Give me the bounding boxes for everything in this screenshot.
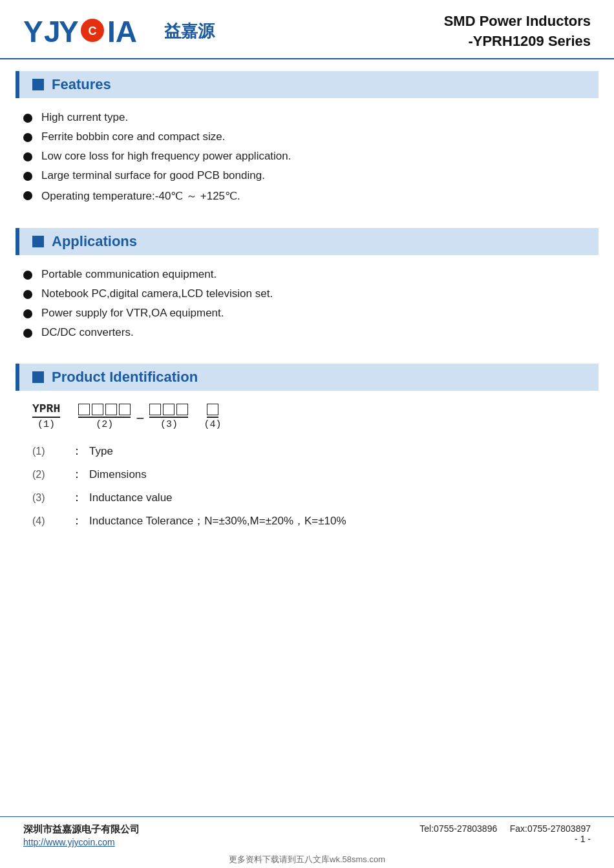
svg-text:Y: Y [23,15,43,48]
footer-contact: Tel:0755-27803896 Fax:0755-27803897 [419,823,591,834]
company-logo-svg: Y J Y C IA [23,15,153,48]
features-content: High current type. Ferrite bobbin core a… [0,98,614,216]
desc-item-3: (3) ： Inductance value [32,490,582,505]
page-wrapper: Y J Y C IA 益嘉源 SMD Power Inductors -YPRH… [0,0,614,868]
desc-num-1: (1) [32,446,65,457]
bullet-icon [23,152,32,161]
pn-separator: − [136,411,144,430]
applications-header: Applications [16,228,598,255]
desc-colon-2: ： [71,466,83,482]
app-item-3: Power supply for VTR,OA equipment. [41,307,224,320]
pn-label-2: (2) [96,419,113,430]
features-icon [32,79,44,90]
desc-num-2: (2) [32,469,65,480]
pn-box [92,404,103,415]
footer-right: Tel:0755-27803896 Fax:0755-27803897 - 1 … [419,823,591,844]
pn-group-2: (2) [78,404,131,430]
desc-item-4: (4) ： Inductance Tolerance；N=±30%,M=±20%… [32,513,582,528]
pn-label-4: (4) [204,419,221,430]
app-item-1: Portable communication equipment. [41,268,217,281]
product-id-icon [32,371,44,383]
product-title: SMD Power Inductors -YPRH1209 Series [444,12,591,52]
bullet-icon [23,271,32,280]
pn-boxes-4 [207,404,218,418]
list-item: Large terminal surface for good PCB bond… [23,169,591,182]
footer-page-number: - 1 - [419,834,591,844]
desc-item-2: (2) ： Dimensions [32,466,582,482]
pn-group-1: YPRH (1) [32,402,60,430]
product-id-title: Product Identification [52,369,198,386]
bullet-icon [23,172,32,181]
svg-text:C: C [89,25,97,37]
header: Y J Y C IA 益嘉源 SMD Power Inductors -YPRH… [0,0,614,59]
desc-num-3: (3) [32,492,65,504]
list-item: Operating temperature:-40℃ ～ +125℃. [23,189,591,203]
pn-label-1: (1) [37,419,55,430]
logo-area: Y J Y C IA 益嘉源 [23,15,215,48]
feature-item-5: Operating temperature:-40℃ ～ +125℃. [41,189,240,203]
pn-boxes-3 [149,404,188,418]
footer: 深圳市益嘉源电子有限公司 http://www.yjycoin.com Tel:… [0,816,614,854]
footer-company-name: 深圳市益嘉源电子有限公司 [23,823,140,836]
desc-text-1: Type [89,445,113,458]
logo-chinese: 益嘉源 [164,20,215,43]
pn-boxes-2 [78,404,131,418]
pn-box [149,404,161,415]
pn-box [176,404,188,415]
features-title: Features [52,76,111,93]
applications-content: Portable communication equipment. Notebo… [0,255,614,352]
bullet-icon [23,114,32,123]
feature-item-4: Large terminal surface for good PCB bond… [41,169,265,182]
footer-left: 深圳市益嘉源电子有限公司 http://www.yjycoin.com [23,823,140,847]
pn-group-4: (4) [204,404,221,430]
bullet-icon [23,191,32,200]
feature-item-1: High current type. [41,111,128,124]
footer-tel: Tel:0755-27803896 [419,823,497,834]
list-item: DC/DC converters. [23,326,591,339]
product-title-line2: -YPRH1209 Series [444,32,591,52]
part-number-diagram: YPRH (1) (2) − [32,402,582,430]
bullet-icon [23,309,32,318]
desc-num-4: (4) [32,515,65,527]
pn-box [105,404,117,415]
pn-box [119,404,131,415]
footer-fax: Fax:0755-27803897 [510,823,591,834]
app-item-2: Notebook PC,digital camera,LCD televisio… [41,287,273,300]
list-item: Low core loss for high frequency power a… [23,150,591,163]
pn-box [207,404,218,415]
desc-text-3: Inductance value [89,491,173,504]
desc-text-2: Dimensions [89,468,147,481]
list-item: Notebook PC,digital camera,LCD televisio… [23,287,591,300]
list-item: Power supply for VTR,OA equipment. [23,307,591,320]
applications-title: Applications [52,233,137,250]
product-id-content: YPRH (1) (2) − [0,391,614,548]
pn-box [163,404,175,415]
feature-item-3: Low core loss for high frequency power a… [41,150,291,163]
list-item: Portable communication equipment. [23,268,591,281]
pn-label-3: (3) [160,419,178,430]
features-header: Features [16,71,598,98]
bullet-icon [23,133,32,142]
bullet-icon [23,329,32,338]
descriptions-list: (1) ： Type (2) ： Dimensions (3) ： Induct… [32,443,582,528]
desc-text-4: Inductance Tolerance；N=±30%,M=±20%，K=±10… [89,513,346,528]
product-id-header: Product Identification [16,364,598,391]
pn-prefix: YPRH [32,402,60,418]
svg-text:IA: IA [107,15,137,48]
desc-colon-1: ： [71,443,83,459]
applications-icon [32,236,44,247]
footer-website-link[interactable]: http://www.yjycoin.com [23,837,140,847]
feature-item-2: Ferrite bobbin core and compact size. [41,130,225,143]
svg-text:J: J [44,15,61,48]
desc-item-1: (1) ： Type [32,443,582,459]
pn-box [78,404,90,415]
svg-text:Y: Y [59,15,79,48]
desc-colon-4: ： [71,513,83,528]
app-item-4: DC/DC converters. [41,326,134,339]
watermark: 更多资料下载请到五八文库wk.58sms.com [0,854,614,868]
product-title-line1: SMD Power Inductors [444,12,591,32]
list-item: Ferrite bobbin core and compact size. [23,130,591,143]
pn-group-3: (3) [149,404,188,430]
list-item: High current type. [23,111,591,124]
bullet-icon [23,290,32,299]
